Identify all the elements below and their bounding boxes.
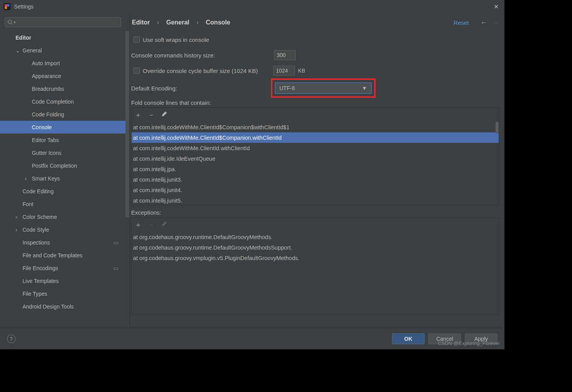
fold-add-button[interactable]: ＋ <box>135 110 142 120</box>
project-override-icon: ▭ <box>113 265 118 271</box>
sidebar-item-label: Inspections <box>23 239 50 246</box>
sidebar-item-gutter-icons[interactable]: Gutter Icons <box>0 146 129 159</box>
sidebar-tree[interactable]: Editor⌄GeneralAuto ImportAppearanceBread… <box>0 31 129 328</box>
override-checkbox[interactable] <box>133 68 140 74</box>
nav-back-icon[interactable]: ← <box>480 19 487 27</box>
fold-section-label: Fold console lines that contain: <box>131 99 499 106</box>
sidebar-item-console[interactable]: Console <box>0 121 129 134</box>
sidebar-item-file-types[interactable]: File Types <box>0 287 129 300</box>
sidebar-item-android-design-tools[interactable]: Android Design Tools <box>0 300 129 313</box>
soft-wraps-row: Use soft wraps in console <box>131 32 499 47</box>
sidebar-item-file-encodings[interactable]: File Encodings▭ <box>0 262 129 274</box>
exceptions-section-label: Exceptions: <box>131 209 499 216</box>
exceptions-remove-button: － <box>148 220 155 229</box>
fold-list-row[interactable]: at com.intellij.codeWithMe.ClientId$Comp… <box>132 122 499 132</box>
sidebar-item-postfix-completion[interactable]: Postfix Completion <box>0 159 129 172</box>
fold-list-row[interactable]: at com.intellij.junit4. <box>132 185 499 195</box>
kb-label: KB <box>298 68 305 74</box>
sidebar-item-breadcrumbs[interactable]: Breadcrumbs <box>0 82 129 95</box>
sidebar-item-editor[interactable]: Editor <box>0 31 129 44</box>
sidebar-item-label: Console <box>32 124 52 130</box>
svg-point-1 <box>8 20 12 24</box>
override-input[interactable] <box>273 66 295 76</box>
soft-wraps-label: Use soft wraps in console <box>143 36 209 43</box>
sidebar-item-auto-import[interactable]: Auto Import <box>0 57 129 69</box>
reset-link[interactable]: Reset <box>454 19 469 26</box>
sidebar-item-label: File and Code Templates <box>23 252 83 258</box>
sidebar-item-label: Code Style <box>23 227 49 233</box>
nav-forward-icon: → <box>492 19 499 27</box>
breadcrumb-general[interactable]: General <box>166 19 189 26</box>
sidebar-item-appearance[interactable]: Appearance <box>0 69 129 82</box>
override-row: Override console cycle buffer size (1024… <box>131 63 499 78</box>
fold-list[interactable]: at com.intellij.codeWithMe.ClientId$Comp… <box>132 122 499 206</box>
sidebar-scrollbar[interactable] <box>125 31 129 217</box>
sidebar-item-file-and-code-templates[interactable]: File and Code Templates <box>0 249 129 262</box>
exceptions-list-row[interactable]: at org.codehaus.groovy.vmplugin.v5.Plugi… <box>132 253 499 263</box>
chevron-down-icon: ▼ <box>362 85 367 91</box>
chevron-right-icon: › <box>16 227 21 233</box>
breadcrumb-row: Editor › General › Console Reset ← → <box>130 13 504 32</box>
search-input[interactable]: ▾ <box>5 17 121 27</box>
sidebar-item-label: Auto Import <box>32 60 60 66</box>
fold-remove-button[interactable]: － <box>148 110 155 120</box>
sidebar-item-inspections[interactable]: Inspections▭ <box>0 236 129 249</box>
titlebar: Settings ✕ <box>0 0 504 13</box>
cancel-button[interactable]: Cancel <box>428 333 461 344</box>
apply-button[interactable]: Apply <box>465 333 497 344</box>
highlight-box: UTF-8 ▼ <box>271 78 376 98</box>
fold-scrollbar[interactable] <box>496 122 499 134</box>
history-input[interactable] <box>274 50 296 60</box>
main-panel: Editor › General › Console Reset ← → Use… <box>130 13 504 328</box>
exceptions-list-row[interactable]: at org.codehaus.groovy.runtime.DefaultGr… <box>132 232 499 242</box>
encoding-row: Default Encoding: UTF-8 ▼ <box>131 78 499 98</box>
sidebar-item-label: Code Editing <box>23 188 54 194</box>
fold-list-row[interactable]: at com.intellij.junit3. <box>132 174 499 185</box>
sidebar-item-code-editing[interactable]: Code Editing <box>0 185 129 198</box>
sidebar-item-editor-tabs[interactable]: Editor Tabs <box>0 134 129 146</box>
exceptions-list-row[interactable]: at org.codehaus.groovy.runtime.DefaultGr… <box>132 242 499 253</box>
exceptions-add-button[interactable]: ＋ <box>135 220 142 229</box>
sidebar: ▾ Editor⌄GeneralAuto ImportAppearanceBre… <box>0 13 130 328</box>
sidebar-item-label: Android Design Tools <box>23 304 74 310</box>
soft-wraps-checkbox[interactable] <box>133 36 140 43</box>
exceptions-list[interactable]: at org.codehaus.groovy.runtime.DefaultGr… <box>132 232 499 263</box>
sidebar-item-label: Editor <box>16 35 31 41</box>
fold-edit-button[interactable] <box>161 111 167 119</box>
sidebar-item-smart-keys[interactable]: ›Smart Keys <box>0 172 129 185</box>
encoding-select[interactable]: UTF-8 ▼ <box>275 82 372 94</box>
fold-list-row[interactable]: at com.intellij.codeWithMe.ClientId$Comp… <box>132 132 499 143</box>
sidebar-item-label: Font <box>23 201 33 207</box>
exceptions-edit-button <box>161 221 167 229</box>
sidebar-item-code-completion[interactable]: Code Completion <box>0 95 129 108</box>
sidebar-item-label: Live Templates <box>23 278 59 284</box>
fold-list-row[interactable]: at com.intellij.jpa. <box>132 164 499 174</box>
sidebar-item-code-folding[interactable]: Code Folding <box>0 108 129 121</box>
fold-toolbar: ＋ － <box>132 108 499 122</box>
breadcrumb-editor[interactable]: Editor <box>132 19 150 26</box>
history-row: Console commands history size: <box>131 47 499 63</box>
close-icon[interactable]: ✕ <box>491 3 501 10</box>
override-label: Override console cycle buffer size (1024… <box>143 68 273 74</box>
help-button[interactable]: ? <box>7 335 16 343</box>
sidebar-item-label: File Types <box>23 291 47 297</box>
ok-button[interactable]: OK <box>392 333 425 344</box>
svg-line-2 <box>11 23 13 25</box>
sidebar-item-general[interactable]: ⌄General <box>0 44 129 57</box>
fold-list-row[interactable]: at com.intellij.junit5. <box>132 195 499 206</box>
sidebar-item-font[interactable]: Font <box>0 198 129 210</box>
sidebar-item-live-templates[interactable]: Live Templates <box>0 274 129 287</box>
search-dropdown-icon[interactable]: ▾ <box>14 20 16 25</box>
history-label: Console commands history size: <box>131 52 274 59</box>
chevron-right-icon: › <box>16 214 21 220</box>
fold-list-row[interactable]: at com.intellij.ide.IdeEventQueue <box>132 153 499 164</box>
sidebar-item-label: Editor Tabs <box>32 137 59 143</box>
exceptions-list-panel: ＋ － at org.codehaus.groovy.runtime.Defau… <box>131 217 499 314</box>
sidebar-item-code-style[interactable]: ›Code Style <box>0 223 129 236</box>
sidebar-item-color-scheme[interactable]: ›Color Scheme <box>0 210 129 223</box>
fold-list-row[interactable]: at com.intellij.codeWithMe.ClientId.with… <box>132 143 499 153</box>
content: Use soft wraps in console Console comman… <box>130 32 504 328</box>
sidebar-item-label: Smart Keys <box>32 175 60 182</box>
sidebar-item-label: File Encodings <box>23 265 58 271</box>
fold-list-panel: ＋ － at com.intellij.codeWithMe.ClientId$… <box>131 108 499 205</box>
